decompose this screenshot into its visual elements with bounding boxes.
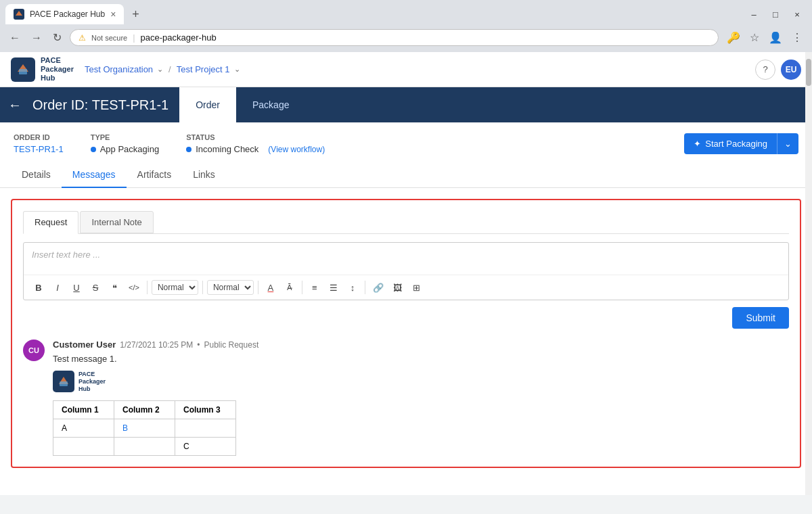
order-title: Order ID: TEST-PR1-1 <box>30 87 179 122</box>
message-timestamp: 1/27/2021 10:25 PM <box>120 340 193 350</box>
message-tab-request[interactable]: Request <box>23 211 78 234</box>
minimize-button[interactable]: – <box>744 5 763 24</box>
ordered-list-button[interactable]: ≡ <box>307 279 323 296</box>
not-secure-label: Not secure <box>91 34 127 42</box>
order-header: ← Order ID: TEST-PR1-1 Order Package <box>0 87 812 122</box>
tab-links[interactable]: Links <box>182 162 226 188</box>
app-logo: PACE Packager Hub <box>11 56 74 83</box>
message-tabs: Request Internal Note <box>23 211 789 234</box>
reload-button[interactable]: ↻ <box>50 28 64 47</box>
project-link[interactable]: Test Project 1 <box>177 64 230 74</box>
table-row-1: A B <box>53 419 236 438</box>
bold-button[interactable]: B <box>30 279 47 296</box>
editor-content-area[interactable]: Insert text here ... <box>24 243 788 275</box>
tab-details[interactable]: Details <box>11 162 62 188</box>
tab-title: PACE Packager Hub <box>30 9 105 19</box>
nav-separator: / <box>168 64 171 74</box>
browser-tab-active[interactable]: PACE Packager Hub × <box>5 4 124 24</box>
profile-icon[interactable]: 👤 <box>766 28 785 47</box>
scrollbar[interactable] <box>805 52 812 495</box>
key-icon[interactable]: 🔑 <box>724 28 743 47</box>
order-info-bar: Order ID TEST-PR1-1 Type App Packaging S… <box>0 122 812 154</box>
app-header-nav: Test Organization ⌄ / Test Project 1 ⌄ <box>85 64 240 74</box>
type-value: App Packaging <box>100 144 159 154</box>
link-button[interactable]: 🔗 <box>369 279 387 296</box>
messages-section: Request Internal Note Insert text here .… <box>11 199 801 468</box>
font-color-button[interactable]: A <box>263 279 279 296</box>
org-chevron: ⌄ <box>157 65 163 74</box>
message-content: Test message 1. <box>53 354 789 364</box>
help-button[interactable]: ? <box>755 60 775 80</box>
message-logo: PACE Packager Hub <box>53 371 789 392</box>
tab-messages[interactable]: Messages <box>62 162 127 188</box>
table-button[interactable]: ⊞ <box>409 279 425 296</box>
message-logo-icon <box>53 371 74 392</box>
back-nav-button[interactable]: ← <box>7 29 23 47</box>
message-logo-svg <box>57 375 70 388</box>
url-separator: | <box>133 32 135 43</box>
meta-order-id: Order ID TEST-PR1-1 <box>14 133 64 154</box>
close-button[interactable]: × <box>788 5 807 24</box>
table-header-col2: Column 2 <box>114 401 175 419</box>
project-chevron: ⌄ <box>234 65 240 74</box>
maximize-button[interactable]: □ <box>766 5 785 24</box>
code-button[interactable]: </> <box>125 279 143 296</box>
align-button[interactable]: ↕ <box>344 279 361 296</box>
tab-close-button[interactable]: × <box>110 9 116 20</box>
highlight-button[interactable]: Ā̶ <box>281 279 298 296</box>
message-tab-internal-note[interactable]: Internal Note <box>80 211 153 233</box>
image-button[interactable]: 🖼 <box>390 279 406 296</box>
address-bar-actions: 🔑 ☆ 👤 ⋮ <box>724 28 805 47</box>
browser-titlebar: PACE Packager Hub × + – □ × <box>0 0 812 24</box>
forward-nav-button[interactable]: → <box>28 29 45 47</box>
meta-type: Type App Packaging <box>91 133 159 154</box>
browser-addressbar: ← → ↻ ⚠ Not secure | pace-packager-hub 🔑… <box>0 24 812 52</box>
toolbar-separator-2 <box>202 281 203 294</box>
app-header: PACE Packager Hub Test Organization ⌄ / … <box>0 52 812 87</box>
toolbar-separator-3 <box>258 281 258 294</box>
start-packaging-dropdown-arrow[interactable]: ⌄ <box>777 133 798 154</box>
table-cell-1-3 <box>175 419 236 438</box>
tab-bar: Details Messages Artifacts Links <box>0 162 812 188</box>
unordered-list-button[interactable]: ☰ <box>325 279 342 296</box>
strikethrough-button[interactable]: S <box>87 279 104 296</box>
back-button[interactable]: ← <box>0 87 30 122</box>
packaging-icon: ✦ <box>694 139 701 149</box>
italic-button[interactable]: I <box>49 279 66 296</box>
toolbar-separator-4 <box>302 281 302 294</box>
start-packaging-label: Start Packaging <box>705 139 767 149</box>
new-tab-button[interactable]: + <box>127 5 145 24</box>
blockquote-button[interactable]: ❝ <box>106 279 122 296</box>
start-packaging-button[interactable]: ✦ Start Packaging ⌄ <box>684 133 798 154</box>
font-size-select[interactable]: Normal <box>152 280 198 295</box>
org-link[interactable]: Test Organization <box>85 64 153 74</box>
tab-order[interactable]: Order <box>179 87 236 122</box>
logo-svg <box>16 62 30 77</box>
header-actions: ? EU <box>755 60 801 80</box>
message-logo-text: PACE Packager Hub <box>78 371 106 392</box>
tab-favicon <box>14 9 24 20</box>
menu-icon[interactable]: ⋮ <box>789 28 805 47</box>
tab-package[interactable]: Package <box>236 87 305 122</box>
submit-row: Submit <box>23 307 789 329</box>
font-style-select[interactable]: Normal <box>207 280 254 295</box>
text-editor[interactable]: Insert text here ... B I U S ❝ </> Norma… <box>23 242 789 300</box>
bookmark-icon[interactable]: ☆ <box>747 28 762 47</box>
status-label: Status <box>186 133 325 141</box>
view-workflow-link[interactable]: (View workflow) <box>268 145 325 154</box>
submit-button[interactable]: Submit <box>732 307 789 329</box>
tab-artifacts[interactable]: Artifacts <box>127 162 183 188</box>
scroll-thumb[interactable] <box>806 59 811 86</box>
svg-rect-5 <box>60 381 68 386</box>
status-value: Incoming Check <box>196 144 258 154</box>
toolbar-separator-1 <box>147 281 148 294</box>
address-bar[interactable]: ⚠ Not secure | pace-packager-hub <box>70 29 719 46</box>
underline-button[interactable]: U <box>68 279 85 296</box>
message-separator: • <box>197 340 200 350</box>
order-meta: Order ID TEST-PR1-1 Type App Packaging S… <box>14 133 325 154</box>
type-status: App Packaging <box>91 144 159 154</box>
window-controls: – □ × <box>744 5 807 24</box>
user-avatar[interactable]: EU <box>781 60 801 80</box>
logo-icon <box>11 57 35 82</box>
message-type: Public Request <box>204 340 259 350</box>
